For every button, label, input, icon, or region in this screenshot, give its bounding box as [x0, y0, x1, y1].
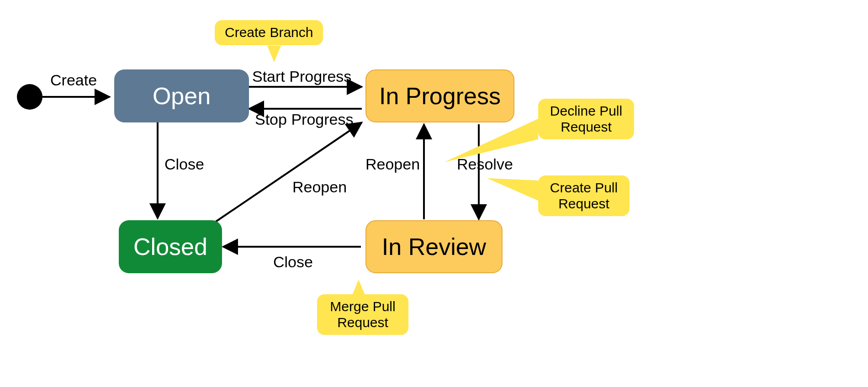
initial-state-dot — [17, 84, 42, 110]
note-merge-pr-line2: Request — [337, 315, 388, 330]
transition-create-label: Create — [50, 71, 97, 89]
state-in-progress-label: In Progress — [379, 82, 501, 110]
note-merge-pr: Merge Pull Request — [317, 294, 408, 335]
note-decline-pr: Decline Pull Request — [538, 99, 634, 139]
svg-line-4 — [212, 122, 362, 224]
svg-marker-9 — [487, 178, 539, 201]
state-open-label: Open — [153, 82, 211, 110]
state-in-progress: In Progress — [365, 69, 514, 122]
transition-stop-progress-label: Stop Progress — [255, 111, 353, 128]
svg-marker-10 — [267, 46, 281, 62]
note-decline-pr-line2: Request — [561, 119, 612, 134]
state-closed: Closed — [119, 220, 222, 273]
note-merge-pr-line1: Merge Pull — [330, 299, 395, 314]
note-create-pr: Create Pull Request — [538, 175, 630, 216]
transition-reopen-review-label: Reopen — [365, 155, 420, 173]
state-closed-label: Closed — [133, 233, 207, 260]
transition-start-progress-label: Start Progress — [252, 68, 351, 85]
transition-close-label: Close — [164, 155, 204, 173]
transition-reopen-closed-label: Reopen — [292, 178, 347, 196]
note-decline-pr-line1: Decline Pull — [550, 103, 622, 118]
workflow-diagram: Open In Progress Closed In Review Create… — [0, 0, 868, 387]
svg-marker-11 — [352, 280, 365, 296]
state-in-review: In Review — [365, 220, 503, 273]
state-in-review-label: In Review — [382, 233, 486, 260]
transition-close-review-label: Close — [273, 253, 313, 271]
transition-resolve-label: Resolve — [457, 155, 513, 173]
state-open: Open — [114, 69, 249, 122]
note-create-branch: Create Branch — [215, 20, 323, 45]
arrows-layer — [0, 0, 868, 387]
note-create-branch-text: Create Branch — [225, 25, 313, 40]
note-create-pr-line2: Request — [558, 196, 609, 211]
note-create-pr-line1: Create Pull — [550, 180, 618, 195]
